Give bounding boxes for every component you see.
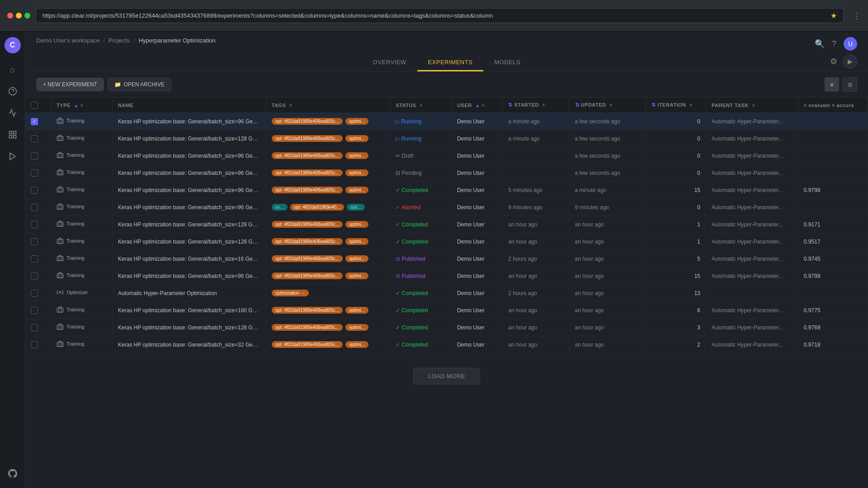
row-checkbox[interactable]: [31, 135, 38, 142]
name-cell[interactable]: Keras HP optimization base: General/batc…: [113, 336, 266, 353]
row-checkbox-cell[interactable]: [25, 267, 51, 285]
row-checkbox[interactable]: [31, 272, 38, 280]
row-checkbox-cell[interactable]: [25, 285, 51, 302]
type-icon: Training: [57, 117, 84, 124]
row-checkbox[interactable]: [31, 152, 38, 160]
parent-cell: Automatic Hyper-Parameter...: [706, 233, 798, 250]
app-logo[interactable]: C: [5, 37, 21, 53]
user-column-header[interactable]: USER ▲▼: [452, 98, 503, 113]
row-checkbox-cell[interactable]: [25, 164, 51, 182]
row-checkbox-cell[interactable]: [25, 216, 51, 233]
status-filter-icon[interactable]: ▼: [419, 103, 423, 108]
name-cell[interactable]: Keras HP optimization base: General/batc…: [113, 216, 266, 233]
parent-cell: Automatic Hyper-Parameter...: [706, 164, 798, 182]
row-checkbox-cell[interactable]: [25, 319, 51, 336]
list-view-button[interactable]: ≡: [825, 77, 839, 92]
svg-rect-2: [9, 131, 12, 134]
name-cell[interactable]: Keras HP optimization base: General/batc…: [113, 267, 266, 285]
bookmark-icon[interactable]: ★: [830, 11, 837, 20]
tab-overview[interactable]: OVERVIEW: [362, 54, 417, 71]
updated-column-header[interactable]: ⇅ UPDATED ▼: [569, 98, 646, 113]
iteration-cell: 5: [646, 250, 706, 267]
help-icon[interactable]: ?: [832, 39, 836, 49]
type-column-header[interactable]: TYPE ▲▼: [51, 98, 113, 113]
play-button[interactable]: ▶: [843, 54, 857, 69]
status-badge: ✓ Completed: [396, 290, 428, 296]
name-cell[interactable]: Automatic Hyper-Parameter Optimization: [113, 285, 266, 302]
parent-column-header[interactable]: PARENT TASK ▼: [706, 98, 798, 113]
user-avatar[interactable]: U: [844, 37, 857, 51]
iteration-column-header[interactable]: ⇅ ITERATION ▼: [646, 98, 706, 113]
row-checkbox[interactable]: [31, 118, 38, 125]
sidebar-item-home[interactable]: ⌂: [4, 61, 22, 79]
row-checkbox[interactable]: [31, 341, 38, 348]
name-cell[interactable]: Keras HP optimization base: General/batc…: [113, 113, 266, 130]
name-cell[interactable]: Keras HP optimization base: General/batc…: [113, 164, 266, 182]
url-bar[interactable]: https://app.clear.ml/projects/531785e122…: [36, 8, 844, 23]
name-cell[interactable]: Keras HP optimization base: General/batc…: [113, 302, 266, 319]
sidebar-item-datasets[interactable]: [4, 126, 22, 144]
sidebar-item-github[interactable]: [4, 465, 22, 483]
tags-filter-icon[interactable]: ▼: [288, 103, 293, 108]
grid-view-button[interactable]: ⊞: [843, 77, 857, 92]
row-checkbox-cell[interactable]: [25, 336, 51, 353]
row-checkbox-cell[interactable]: [25, 233, 51, 250]
sidebar-item-experiments[interactable]: [4, 82, 22, 100]
row-checkbox-cell[interactable]: [25, 250, 51, 267]
name-cell[interactable]: Keras HP optimization base: General/batc…: [113, 130, 266, 147]
select-all-checkbox[interactable]: [31, 102, 38, 109]
type-filter-icon[interactable]: ▼: [80, 103, 84, 108]
new-experiment-button[interactable]: + NEW EXPERIMENT: [36, 78, 104, 91]
iteration-filter-icon[interactable]: ▼: [689, 103, 693, 108]
tags-column-header[interactable]: TAGS ▼: [266, 98, 390, 113]
load-more-button[interactable]: LOAD MORE: [413, 368, 481, 385]
updated-filter-icon[interactable]: ▼: [609, 103, 613, 108]
row-checkbox[interactable]: [31, 307, 38, 314]
breadcrumb-workspace[interactable]: Demo User's workspace: [36, 37, 99, 44]
name-column-header[interactable]: NAME: [113, 98, 266, 113]
row-checkbox-cell[interactable]: [25, 130, 51, 147]
row-checkbox[interactable]: [31, 169, 38, 177]
row-checkbox[interactable]: [31, 324, 38, 331]
started-column-header[interactable]: ⇅ STARTED ▼: [503, 98, 569, 113]
parent-filter-icon[interactable]: ▼: [751, 103, 756, 108]
minimize-dot[interactable]: [16, 13, 22, 19]
status-column-header[interactable]: STATUS ▼: [390, 98, 452, 113]
sidebar-item-run[interactable]: [4, 147, 22, 165]
score-column-header[interactable]: ≡ evaluate > accura: [798, 98, 868, 113]
row-checkbox[interactable]: [31, 290, 38, 297]
row-checkbox[interactable]: [31, 187, 38, 194]
type-icon: Training: [57, 151, 84, 159]
row-checkbox[interactable]: [31, 204, 38, 211]
row-checkbox-cell[interactable]: [25, 182, 51, 199]
name-cell[interactable]: Keras HP optimization base: General/batc…: [113, 199, 266, 216]
close-dot[interactable]: [7, 13, 13, 19]
row-checkbox[interactable]: [31, 255, 38, 263]
maximize-dot[interactable]: [24, 13, 30, 19]
search-icon[interactable]: 🔍: [815, 39, 825, 49]
svg-rect-19: [57, 325, 63, 329]
row-checkbox[interactable]: [31, 238, 38, 245]
row-checkbox-cell[interactable]: [25, 147, 51, 164]
name-cell[interactable]: Keras HP optimization base: General/batc…: [113, 250, 266, 267]
name-cell[interactable]: Keras HP optimization base: General/batc…: [113, 182, 266, 199]
row-checkbox-cell[interactable]: [25, 113, 51, 130]
settings-icon[interactable]: ⚙: [830, 56, 837, 66]
sidebar-item-pipelines[interactable]: [4, 104, 22, 122]
started-filter-icon[interactable]: ▼: [542, 103, 546, 108]
started-cell: 2 hours ago: [503, 250, 569, 267]
browser-menu-icon[interactable]: ⋮: [853, 11, 861, 21]
row-checkbox-cell[interactable]: [25, 302, 51, 319]
name-cell[interactable]: Keras HP optimization base: General/batc…: [113, 319, 266, 336]
user-filter-icon[interactable]: ▼: [481, 103, 486, 108]
name-cell[interactable]: Keras HP optimization base: General/batc…: [113, 147, 266, 164]
row-checkbox[interactable]: [31, 221, 38, 228]
breadcrumb-projects[interactable]: Projects: [108, 37, 130, 44]
select-all-header[interactable]: [25, 98, 51, 113]
name-cell[interactable]: Keras HP optimization base: General/batc…: [113, 233, 266, 250]
tab-models[interactable]: MODELS: [483, 54, 531, 71]
row-checkbox-cell[interactable]: [25, 199, 51, 216]
tab-experiments[interactable]: EXPERIMENTS: [417, 54, 484, 71]
open-archive-button[interactable]: 📁 OPEN ARCHIVE: [108, 78, 171, 91]
started-cell: a minute ago: [503, 130, 569, 147]
